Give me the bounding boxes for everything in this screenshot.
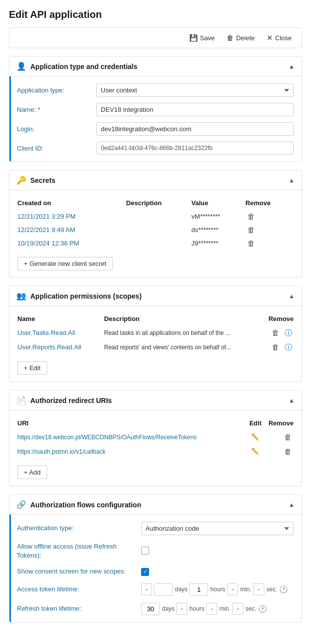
secrets-header-description: Description (126, 197, 191, 210)
uris-section-body: URI Edit Remove https://dev18.webcon.pl/… (9, 410, 302, 486)
client-id-field-row: Client ID: (17, 142, 294, 155)
app-type-select[interactable]: User context (96, 83, 294, 97)
uris-header-edit: Edit (246, 417, 261, 430)
secrets-header-created: Created on (17, 197, 126, 210)
uris-chevron-icon: ▲ (289, 397, 295, 404)
access-token-hours-input[interactable] (189, 583, 208, 596)
page-title: Edit API application (9, 9, 302, 20)
app-type-icon: 👤 (16, 62, 26, 71)
close-icon: ✕ (267, 34, 273, 42)
edit-uri-button[interactable]: ✏️ (249, 447, 261, 456)
save-button[interactable]: 💾 Save (185, 32, 219, 44)
edit-permissions-button[interactable]: + Edit (17, 361, 47, 375)
remove-secret-button[interactable]: 🗑 (245, 238, 257, 248)
access-token-row: Access token lifetime: - days hours - mi… (17, 583, 294, 596)
table-row: 12/22/2021 9:49 AM ds******** 🗑 (17, 223, 294, 237)
delete-icon: 🗑 (227, 34, 233, 42)
name-field-row: Name: * (17, 103, 294, 116)
secrets-section-header[interactable]: 🔑 Secrets ▲ (9, 170, 302, 190)
uris-header-remove: Remove (261, 417, 294, 430)
secrets-icon: 🔑 (16, 175, 26, 185)
refresh-token-row: Refresh token lifetime: days - hours - m… (17, 603, 294, 615)
uris-section: 📄 Authorized redirect URIs ▲ URI Edit Re… (9, 390, 302, 486)
login-field-row: Login: (17, 122, 294, 136)
permissions-section-body: Name Description Remove User.Tasks.Read.… (9, 306, 302, 382)
perms-header-remove: Remove (262, 313, 294, 325)
consent-screen-row: Show consent screen for new scopes: ✓ (17, 567, 294, 576)
remove-uri-button[interactable]: 🗑 (282, 446, 294, 457)
refresh-token-clock-icon: 🕐 (258, 605, 267, 613)
app-type-chevron-icon: ▲ (289, 63, 295, 70)
consent-screen-checkbox[interactable]: ✓ (141, 568, 149, 576)
access-token-days-input[interactable] (154, 583, 173, 596)
uris-table: URI Edit Remove https://dev18.webcon.pl/… (17, 417, 294, 459)
table-row: User.Tasks.Read.All Read tasks in all ap… (17, 325, 294, 340)
toolbar: 💾 Save 🗑 Delete ✕ Close (9, 27, 302, 48)
table-row: 12/21/2021 3:29 PM vM******** 🗑 (17, 210, 294, 223)
auth-flows-section-header[interactable]: 🔗 Authorization flows configuration ▲ (9, 495, 302, 514)
access-token-clock-icon: 🕐 (279, 585, 288, 593)
permissions-section: 👥 Application permissions (scopes) ▲ Nam… (9, 286, 302, 382)
secrets-section-body: Created on Description Value Remove 12/2… (9, 190, 302, 277)
secrets-header-remove: Remove (245, 197, 294, 210)
info-permission-button[interactable]: ⓘ (283, 343, 294, 352)
table-row: https://oauth.pstmn.io/v1/callback ✏️ 🗑 (17, 444, 294, 459)
permissions-icon: 👥 (16, 291, 26, 301)
uris-header-uri: URI (17, 417, 246, 430)
edit-uri-button[interactable]: ✏️ (249, 432, 261, 442)
access-token-days-minus[interactable]: - (141, 583, 152, 595)
client-id-input[interactable] (96, 142, 294, 155)
perms-header-desc: Description (104, 313, 262, 325)
close-button[interactable]: ✕ Close (263, 32, 296, 44)
uris-icon: 📄 (16, 396, 26, 405)
app-type-section-body: Application type: User context Name: * L… (9, 76, 302, 161)
auth-flows-section: 🔗 Authorization flows configuration ▲ Au… (9, 494, 302, 623)
auth-type-select[interactable]: Authorization code (141, 522, 294, 535)
remove-permission-button[interactable]: 🗑 (270, 327, 281, 338)
table-row: User.Reports.Read.All Read reports' and … (17, 340, 294, 354)
save-icon: 💾 (189, 34, 198, 42)
auth-flows-section-body: Authentication type: Authorization code … (9, 514, 302, 622)
secrets-table: Created on Description Value Remove 12/2… (17, 197, 294, 250)
secrets-header-value: Value (191, 197, 245, 210)
generate-secret-button[interactable]: + Generate new client secret (17, 257, 113, 270)
info-permission-button[interactable]: ⓘ (283, 328, 294, 338)
perms-header-name: Name (17, 313, 104, 325)
auth-flows-chevron-icon: ▲ (289, 501, 295, 508)
app-type-field-row: Application type: User context (17, 83, 294, 97)
access-token-min-minus[interactable]: - (227, 583, 238, 595)
app-type-section-header[interactable]: 👤 Application type and credentials ▲ (9, 57, 302, 76)
table-row: 10/19/2024 12:36 PM J9******** 🗑 (17, 237, 294, 250)
remove-permission-button[interactable]: 🗑 (270, 342, 281, 352)
uris-section-header[interactable]: 📄 Authorized redirect URIs ▲ (9, 391, 302, 410)
secrets-chevron-icon: ▲ (289, 177, 295, 184)
name-input[interactable] (96, 103, 294, 116)
table-row: https://dev18.webcon.pl/WEBCONBPS/OAuthF… (17, 430, 294, 444)
login-input[interactable] (96, 122, 294, 136)
delete-button[interactable]: 🗑 Delete (223, 32, 259, 44)
remove-secret-button[interactable]: 🗑 (245, 211, 257, 222)
refresh-token-days-input[interactable] (141, 603, 160, 615)
auth-flows-icon: 🔗 (16, 500, 26, 509)
refresh-token-min-minus[interactable]: - (206, 603, 217, 615)
permissions-section-header[interactable]: 👥 Application permissions (scopes) ▲ (9, 286, 302, 306)
secrets-section: 🔑 Secrets ▲ Created on Description Value… (9, 170, 302, 278)
offline-access-row: Allow offline access (issue Refresh Toke… (17, 542, 294, 560)
permissions-chevron-icon: ▲ (289, 293, 295, 300)
offline-access-checkbox[interactable] (141, 547, 149, 555)
auth-type-row: Authentication type: Authorization code (17, 522, 294, 535)
add-uri-button[interactable]: + Add (17, 466, 47, 479)
remove-uri-button[interactable]: 🗑 (282, 432, 294, 442)
remove-secret-button[interactable]: 🗑 (245, 225, 257, 235)
refresh-token-sec-minus[interactable]: - (233, 603, 243, 615)
permissions-table: Name Description Remove User.Tasks.Read.… (17, 313, 294, 354)
app-type-section: 👤 Application type and credentials ▲ App… (9, 56, 302, 162)
refresh-token-hours-minus[interactable]: - (176, 603, 187, 615)
access-token-sec-minus[interactable]: - (253, 583, 264, 595)
